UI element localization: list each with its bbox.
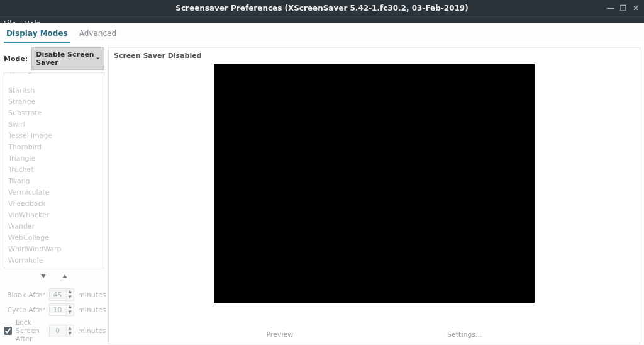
- blank-after-row: Blank After ▲▼ minutes: [4, 288, 104, 301]
- list-item[interactable]: Wander: [4, 221, 104, 232]
- spin-down-icon[interactable]: ▼: [67, 295, 74, 300]
- mode-row: Mode: Disable Screen Saver: [4, 47, 104, 70]
- triangle-up-icon: [62, 273, 68, 280]
- blank-after-input[interactable]: [49, 288, 67, 301]
- list-item[interactable]: VidWhacker: [4, 210, 104, 221]
- cycle-after-row: Cycle After ▲▼ minutes: [4, 303, 104, 316]
- tab-strip: Display Modes Advanced: [0, 23, 644, 43]
- list-item[interactable]: WebCollage: [4, 232, 104, 244]
- mode-selected: Disable Screen Saver: [36, 50, 96, 67]
- list-item[interactable]: Strange: [4, 96, 104, 108]
- cycle-after-input[interactable]: [49, 303, 67, 316]
- preview-heading: Screen Saver Disabled: [114, 50, 635, 64]
- lock-after-input[interactable]: [49, 325, 67, 337]
- preview-screen: [214, 64, 535, 303]
- list-item[interactable]: Swirl: [4, 119, 104, 130]
- settings-button[interactable]: Settings...: [447, 331, 482, 339]
- lock-after-label: Lock Screen After: [16, 319, 45, 343]
- right-panel: Screen Saver Disabled Preview Settings..…: [108, 47, 640, 344]
- saver-list-frame: RotZoomerShadeBobsSierpinskiSlideScreenS…: [4, 72, 104, 268]
- cycle-after-unit: minutes: [78, 306, 104, 314]
- close-icon[interactable]: ✕: [631, 4, 640, 13]
- preview-area: [114, 64, 635, 324]
- list-item[interactable]: Substrate: [4, 108, 104, 119]
- blank-after-unit: minutes: [78, 291, 104, 299]
- chevron-down-icon: [96, 55, 100, 62]
- list-item[interactable]: Truchet: [4, 164, 104, 176]
- cycle-after-label: Cycle After: [8, 306, 45, 314]
- spin-down-icon[interactable]: ▼: [67, 310, 74, 315]
- left-column: Mode: Disable Screen Saver RotZoomerShad…: [4, 47, 104, 344]
- lock-after-spinner[interactable]: ▲▼: [49, 325, 74, 337]
- spin-up-icon[interactable]: ▲: [67, 289, 74, 295]
- mode-dropdown[interactable]: Disable Screen Saver: [31, 47, 104, 70]
- content-area: Display Modes Advanced Mode: Disable Scr…: [0, 23, 644, 345]
- list-item[interactable]: Triangle: [4, 153, 104, 164]
- list-item[interactable]: WhirlWindWarp: [4, 244, 104, 255]
- lock-after-checkbox[interactable]: [4, 327, 12, 335]
- blank-after-label: Blank After: [7, 291, 45, 299]
- tab-advanced[interactable]: Advanced: [77, 26, 119, 43]
- window-title: Screensaver Preferences (XScreenSaver 5.…: [175, 4, 468, 13]
- list-item[interactable]: Starfish: [4, 85, 104, 96]
- tab-display-modes[interactable]: Display Modes: [4, 26, 70, 43]
- spin-down-icon[interactable]: ▼: [67, 331, 74, 337]
- list-item[interactable]: VFeedback: [4, 198, 104, 210]
- sort-down-button[interactable]: [38, 272, 49, 281]
- saver-list[interactable]: RotZoomerShadeBobsSierpinskiSlideScreenS…: [4, 73, 104, 268]
- spin-up-icon[interactable]: ▲: [67, 325, 74, 331]
- window-titlebar: Screensaver Preferences (XScreenSaver 5.…: [0, 0, 644, 16]
- list-item: [4, 76, 104, 85]
- sort-up-button[interactable]: [59, 272, 70, 281]
- mode-label: Mode:: [4, 55, 28, 63]
- list-item[interactable]: Twang: [4, 176, 104, 187]
- list-item[interactable]: Tessellimage: [4, 130, 104, 142]
- list-item[interactable]: Wormhole: [4, 255, 104, 266]
- minimize-icon[interactable]: —: [606, 4, 615, 13]
- preview-buttons: Preview Settings...: [114, 324, 635, 339]
- body: Mode: Disable Screen Saver RotZoomerShad…: [0, 43, 644, 345]
- lock-after-row: Lock Screen After ▲▼ minutes: [4, 319, 104, 343]
- window-controls: — ❐ ✕: [606, 4, 640, 13]
- list-item[interactable]: Vermiculate: [4, 187, 104, 198]
- spin-up-icon[interactable]: ▲: [67, 304, 74, 310]
- lock-after-unit: minutes: [78, 327, 104, 335]
- list-item[interactable]: Thornbird: [4, 142, 104, 153]
- triangle-down-icon: [40, 273, 47, 280]
- list-sort-buttons: [4, 268, 104, 287]
- maximize-icon[interactable]: ❐: [619, 4, 628, 13]
- cycle-after-spinner[interactable]: ▲▼: [49, 303, 74, 316]
- blank-after-spinner[interactable]: ▲▼: [49, 288, 74, 301]
- preview-button[interactable]: Preview: [266, 331, 293, 339]
